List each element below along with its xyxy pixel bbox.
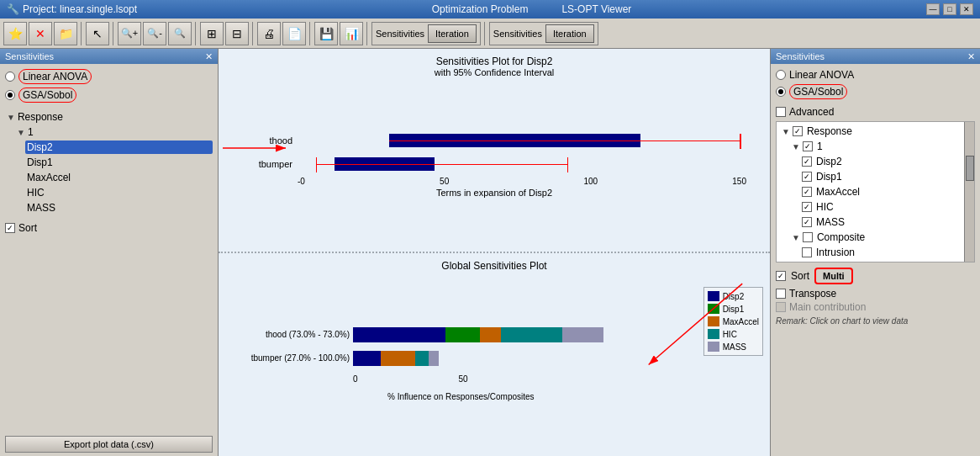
tbumper-error-line — [316, 164, 567, 165]
group2-iteration-button[interactable]: Iteration — [545, 24, 594, 43]
right-radio-gsa[interactable]: GSA/Sobol — [776, 84, 975, 99]
tree-hic-row: HIC — [25, 186, 213, 199]
top-chart-subtitle: with 95% Confidence Interval — [435, 67, 554, 77]
chart-button[interactable]: 📊 — [340, 22, 363, 45]
separator-2 — [113, 22, 114, 45]
transpose-checkbox[interactable] — [776, 289, 786, 299]
maximize-button[interactable]: □ — [943, 3, 956, 15]
right-maxaccel-check[interactable] — [802, 187, 812, 197]
legend-maxaccel: MaxAccel — [708, 316, 759, 326]
right-sort-checkbox[interactable] — [776, 271, 786, 281]
right-panel-close[interactable]: ✕ — [967, 51, 975, 62]
left-panel: Sensitivities ✕ Linear ANOVA GSA/Sobol ▼ — [0, 49, 219, 456]
tree-disp2[interactable]: Disp2 — [5, 140, 213, 155]
seg-hic-1 — [501, 327, 563, 342]
fit2-button[interactable]: ⊟ — [225, 22, 249, 45]
star-button[interactable]: ⭐ — [3, 22, 27, 45]
zoom-in-button[interactable]: 🔍+ — [118, 22, 141, 45]
right-tree-response[interactable]: ▼ Response — [780, 124, 971, 139]
thood-label: thood — [234, 135, 292, 146]
right-composite-check[interactable] — [803, 232, 813, 242]
legend-hic-color — [708, 329, 719, 339]
legend-mass-label: MASS — [723, 342, 746, 352]
thood-error-line — [389, 141, 741, 141]
fit-button[interactable]: ⊞ — [200, 22, 224, 45]
right-tree-disp2[interactable]: Disp2 — [780, 154, 971, 169]
sort-checkbox[interactable] — [5, 223, 15, 233]
select-button[interactable]: ↖ — [86, 22, 109, 45]
right-tree-disp1[interactable]: Disp1 — [780, 169, 971, 184]
tree-1-label: 1 — [28, 126, 34, 138]
right-tree-1-arrow: ▼ — [792, 142, 800, 151]
legend-mass-color — [708, 342, 719, 352]
open-button[interactable]: 📁 — [54, 22, 77, 45]
right-mass-check[interactable] — [802, 217, 812, 227]
tree-hic[interactable]: HIC — [5, 185, 213, 200]
right-1-check[interactable] — [803, 141, 813, 151]
global-x-label: % Influence on Responses/Composites — [225, 392, 697, 401]
right-radio-linear[interactable]: Linear ANOVA — [776, 69, 975, 81]
main-contribution-checkbox[interactable] — [776, 302, 786, 312]
tree-maxaccel-row: MaxAccel — [25, 171, 213, 184]
right-tree-scrollbar[interactable] — [964, 122, 974, 262]
bottom-controls: Sort Multi Transpose Main contribution R… — [776, 268, 975, 326]
right-tree-composite-label: Composite — [817, 231, 865, 243]
zoom-reset-button[interactable]: 🔍 — [168, 22, 192, 45]
right-intrusion-check[interactable] — [802, 247, 812, 257]
print-button[interactable]: 🖨 — [257, 22, 281, 45]
right-tree-intrusion-label: Intrusion — [816, 247, 855, 258]
legend-disp2-color — [708, 291, 719, 301]
right-disp1-check[interactable] — [802, 172, 812, 182]
bottom-chart-title: Global Sensitivities Plot — [225, 260, 763, 272]
radio-linear-anova[interactable]: Linear ANOVA — [5, 69, 213, 84]
multi-button[interactable]: Multi — [814, 268, 853, 284]
close-button[interactable]: ✕ — [960, 3, 973, 15]
minimize-button[interactable]: — — [926, 3, 940, 15]
right-disp2-check[interactable] — [802, 156, 812, 167]
right-tree-mass[interactable]: MASS — [780, 215, 971, 230]
titlebar-right[interactable]: — □ ✕ — [926, 3, 973, 15]
right-radio-group: Linear ANOVA GSA/Sobol — [776, 69, 975, 99]
tbumper-error-right-cap — [567, 157, 569, 172]
group2-label: Sensitivities — [493, 29, 542, 39]
right-panel-header: Sensitivities ✕ — [771, 49, 980, 64]
right-tree-maxaccel-row: MaxAccel — [800, 185, 971, 199]
close-toolbar-button[interactable]: ✕ — [29, 22, 52, 45]
right-panel-title: Sensitivities — [776, 51, 825, 61]
left-panel-close[interactable]: ✕ — [205, 51, 213, 62]
right-tree-intrusion[interactable]: Intrusion — [780, 245, 971, 260]
right-tree-composite[interactable]: ▼ Composite — [780, 230, 971, 245]
tree-mass[interactable]: MASS — [5, 200, 213, 215]
tree-1-row: ▼ 1 — [15, 125, 213, 139]
zoom-out-button[interactable]: 🔍- — [143, 22, 166, 45]
legend-disp1-label: Disp1 — [723, 305, 745, 314]
tree-maxaccel[interactable]: MaxAccel — [5, 170, 213, 185]
right-tree-hic[interactable]: HIC — [780, 199, 971, 215]
right-tree-maxaccel[interactable]: MaxAccel — [780, 184, 971, 199]
seg-disp2-1 — [353, 327, 445, 342]
tree-response[interactable]: ▼ Response — [5, 109, 213, 125]
group1-iteration-button[interactable]: Iteration — [428, 24, 477, 43]
export-button[interactable]: Export plot data (.csv) — [5, 436, 213, 453]
tree-disp1[interactable]: Disp1 — [5, 155, 213, 170]
legend-mass: MASS — [708, 342, 759, 352]
axis-label-150: 150 — [732, 177, 746, 186]
right-tree-1[interactable]: ▼ 1 — [780, 139, 971, 154]
advanced-row: Advanced — [776, 106, 975, 118]
global-axis-50: 50 — [459, 374, 468, 384]
right-tree-disp2-label: Disp2 — [816, 156, 842, 167]
legend-maxaccel-color — [708, 316, 719, 326]
right-response-check[interactable] — [793, 126, 803, 136]
remark-text: Remark: Click on chart to view data — [776, 316, 975, 326]
group1-sensitivities: Sensitivities Iteration — [371, 22, 481, 45]
right-hic-check[interactable] — [802, 202, 812, 212]
scrollbar-thumb[interactable] — [966, 156, 974, 181]
tbumper-error-left-cap — [316, 157, 318, 172]
right-sort-label: Sort — [791, 270, 809, 282]
tree-response-label: Response — [18, 111, 63, 123]
tree-1[interactable]: ▼ 1 — [5, 125, 213, 140]
radio-gsa-sobol[interactable]: GSA/Sobol — [5, 87, 213, 103]
advanced-checkbox[interactable] — [776, 107, 786, 117]
page-setup-button[interactable]: 📄 — [282, 22, 306, 45]
save-button[interactable]: 💾 — [314, 22, 338, 45]
